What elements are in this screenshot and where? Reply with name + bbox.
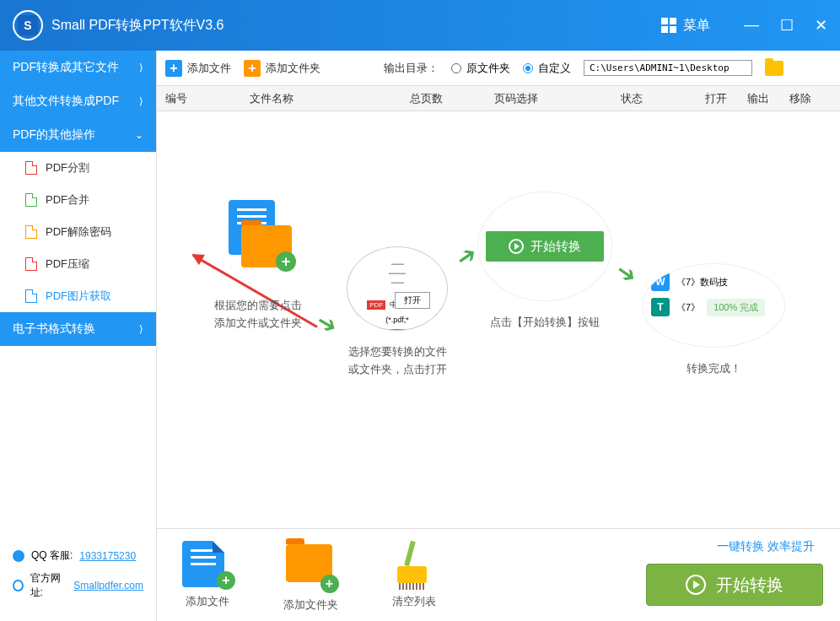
sidebar-item-pdf-compress[interactable]: PDF压缩 [0,248,156,280]
output-label: 输出目录： [384,61,439,76]
plus-icon: + [244,60,261,77]
file-icon [25,289,37,303]
menu-button[interactable]: 菜单 [661,17,710,35]
add-folder-button[interactable]: + 添加文件夹 [244,60,320,77]
workspace: + 根据您的需要点击 添加文件或文件夹 ➔ ━━━━━━━━━━ PDF 中外著… [157,111,840,528]
titlebar: S Small PDF转换PPT软件V3.6 菜单 — ☐ ✕ [0,0,840,51]
sidebar-group-other-to-pdf[interactable]: 其他文件转换成PDF ⟩ [0,84,156,118]
file-icon [25,193,37,207]
file-icon [25,161,37,175]
col-remove: 移除 [789,91,832,106]
sidebar-group-ebook[interactable]: 电子书格式转换 ⟩ [0,312,156,346]
sidebar-item-pdf-merge[interactable]: PDF合并 [0,184,156,216]
play-icon [686,575,706,595]
app-logo: S [13,10,43,40]
col-pages: 总页数 [410,91,494,106]
arrow-icon: ➔ [611,256,643,289]
browser-icon [13,580,24,591]
plus-icon: + [217,571,235,590]
sidebar-item-pdf-unlock[interactable]: PDF解除密码 [0,216,156,248]
col-filename: 文件名称 [250,91,410,106]
sidebar-group-pdf-to-other[interactable]: PDF转换成其它文件 ⟩ [0,51,156,84]
browse-folder-icon[interactable] [765,61,783,76]
play-icon [509,239,524,254]
radio-original-folder[interactable]: 原文件夹 [451,61,510,76]
sidebar-item-pdf-split[interactable]: PDF分割 [0,152,156,184]
content-area: + 添加文件 + 添加文件夹 输出目录： 原文件夹 自定义 编号 文件名称 总页… [157,51,840,621]
chevron-right-icon: ⟩ [139,323,143,335]
qq-link[interactable]: 1933175230 [79,550,136,562]
file-icon [25,257,37,271]
tutorial-step-2: ━━━━━━━━━━ PDF 中外著名疑(*.pdf;* 打开 选择您要转换的文… [347,246,448,379]
start-convert-button[interactable]: 开始转换 [646,564,823,606]
broom-icon [389,541,431,587]
radio-icon [451,63,461,73]
radio-custom-folder[interactable]: 自定义 [523,61,571,76]
website-link[interactable]: Smallpdfer.com [73,580,143,591]
close-button[interactable]: ✕ [815,16,827,35]
chevron-right-icon: ⟩ [139,62,143,73]
maximize-button[interactable]: ☐ [780,16,794,35]
bottom-clear-list[interactable]: 清空列表 [389,541,439,609]
arrow-icon: ➔ [311,306,342,340]
sidebar: PDF转换成其它文件 ⟩ 其他文件转换成PDF ⟩ PDF的其他操作 ⌄ PDF… [0,51,157,621]
bottom-bar: + 添加文件 + 添加文件夹 清空列表 一 [157,528,840,621]
toolbar: + 添加文件 + 添加文件夹 输出目录： 原文件夹 自定义 [157,51,840,86]
file-dialog-mock: ━━━━━━━━━━ PDF 中外著名疑(*.pdf;* 打开 [347,246,448,331]
tutorial-step-4: W 《7》数码技 T 《7》 100% 完成 转换完成！ [642,263,785,378]
plus-icon: + [165,60,182,77]
sidebar-group-pdf-ops[interactable]: PDF的其他操作 ⌄ [0,118,156,152]
output-path-input[interactable] [584,60,752,76]
text-icon: T [651,298,670,316]
result-mock: W 《7》数码技 T 《7》 100% 完成 [642,263,785,348]
col-number: 编号 [165,91,250,106]
col-status: 状态 [621,91,705,106]
sidebar-footer: QQ 客服: 1933175230 官方网址: Smallpdfer.com [0,536,156,621]
bottom-add-file[interactable]: + 添加文件 [182,541,233,609]
plus-icon: + [276,251,296,272]
word-icon: W [651,273,670,291]
tutorial-step-1: + 根据您的需要点击 添加文件或文件夹 [207,192,309,332]
table-header: 编号 文件名称 总页数 页码选择 状态 打开 输出 移除 [157,86,840,111]
col-open: 打开 [705,91,747,106]
col-output: 输出 [747,91,789,106]
col-range: 页码选择 [494,91,621,106]
chevron-down-icon: ⌄ [135,129,143,141]
convert-button-mock: 开始转换 [486,231,604,262]
radio-icon [523,63,533,73]
file-icon [25,225,37,239]
menu-grid-icon [661,18,676,33]
tutorial-step-3: 开始转换 点击【开始转换】按钮 [477,192,612,332]
bottom-add-folder[interactable]: + 添加文件夹 [283,537,338,613]
plus-icon: + [320,575,339,593]
tagline: 一键转换 效率提升 [717,539,815,554]
chevron-right-icon: ⟩ [139,95,143,107]
qq-icon [13,550,24,562]
minimize-button[interactable]: — [744,16,759,35]
sidebar-item-pdf-image-extract[interactable]: PDF图片获取 [0,280,156,312]
app-title: Small PDF转换PPT软件V3.6 [51,17,661,35]
add-file-button[interactable]: + 添加文件 [165,60,231,77]
